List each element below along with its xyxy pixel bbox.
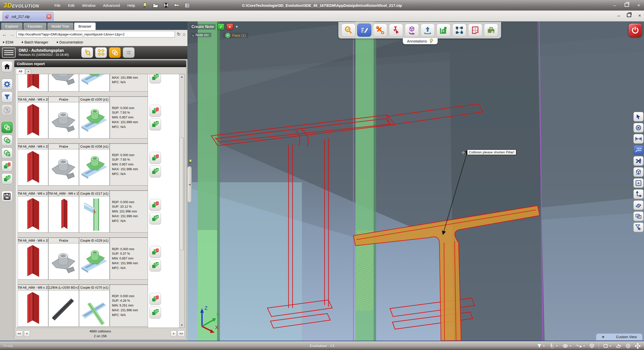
first-page-button[interactable]: << bbox=[16, 330, 23, 337]
collision-x-button[interactable] bbox=[2, 148, 13, 159]
collision-ok-button[interactable] bbox=[2, 173, 13, 184]
note-target-face[interactable]: ✓ Face (1) bbox=[223, 33, 248, 38]
green-pillar-center[interactable] bbox=[355, 21, 376, 341]
status-rotate-arrow-icon[interactable]: ▼ bbox=[576, 344, 585, 348]
collision-row[interactable]: MIN: 3.509 mmMAX: 151.996 mmMFC: N/A bbox=[18, 74, 179, 97]
upload-button[interactable] bbox=[421, 24, 435, 37]
collision-row[interactable]: ASTM A6_A6M - W6 x 15 ... ASTM A6_A6M - … bbox=[18, 191, 179, 238]
collision-check-button[interactable] bbox=[2, 135, 13, 146]
part-a-name[interactable]: ASTM A6_A6M - W6 x 15 ... bbox=[18, 144, 48, 149]
filter-off-button[interactable] bbox=[2, 104, 13, 115]
child-restore-button[interactable] bbox=[627, 13, 631, 18]
couple-id[interactable]: Couple ID #206 (x1) bbox=[79, 144, 110, 149]
collision-thumbnail[interactable] bbox=[79, 102, 110, 139]
tab-favorites[interactable]: Favorites bbox=[23, 23, 47, 30]
add-view-icon[interactable]: + bbox=[602, 334, 605, 340]
couple-id[interactable]: Couple ID #200 (x1) bbox=[79, 97, 110, 102]
last-page-button[interactable]: >> bbox=[178, 330, 185, 337]
select-cursor-button[interactable] bbox=[633, 112, 643, 121]
note-on-label[interactable]: ⌄ Note on: bbox=[191, 33, 211, 37]
box-rotate-button[interactable] bbox=[405, 24, 419, 37]
part-b-name[interactable]: 112904 (L=2030 BG=2) bbox=[48, 285, 79, 290]
next-page-button[interactable]: > bbox=[171, 330, 177, 337]
annotation-move-handle[interactable]: ✣ bbox=[462, 151, 465, 155]
couple-id[interactable]: Couple ID #270 (x1) bbox=[79, 285, 110, 290]
collision-row[interactable]: ASTM A6_A6M - W6 x 15 ... Pratze Couple … bbox=[18, 97, 179, 144]
part-b-thumbnail[interactable] bbox=[48, 149, 79, 186]
status-box-mode-icon[interactable]: ▼ bbox=[603, 343, 612, 348]
mark-collision-error-button[interactable] bbox=[149, 105, 161, 117]
text-leader-button[interactable]: TEXT bbox=[633, 145, 643, 155]
edit-annotation-button[interactable] bbox=[357, 24, 371, 37]
tools-button[interactable] bbox=[373, 24, 387, 37]
filter-selection-button[interactable] bbox=[633, 223, 643, 232]
part-b-name[interactable]: Pratze bbox=[48, 238, 79, 243]
part-a-thumbnail[interactable] bbox=[18, 196, 48, 233]
part-a-thumbnail[interactable] bbox=[18, 74, 48, 92]
menu-help[interactable]: Help bbox=[127, 3, 135, 8]
scroll-up-icon[interactable]: ▲ bbox=[181, 74, 183, 79]
collision-thumbnail[interactable] bbox=[79, 74, 110, 92]
toolbox-button[interactable] bbox=[484, 24, 498, 37]
pin-bulb-icon[interactable] bbox=[142, 2, 148, 8]
scroll-down-icon[interactable]: ▼ bbox=[181, 323, 183, 328]
tab-browser[interactable]: Browser bbox=[74, 23, 96, 30]
status-origin-target-icon[interactable] bbox=[626, 343, 631, 348]
collision-thumbnail[interactable] bbox=[79, 149, 110, 186]
part-b-name[interactable]: Pratze bbox=[48, 97, 79, 102]
filter-tab-all[interactable]: All bbox=[16, 68, 25, 74]
custom-view-tab[interactable]: + Custom View bbox=[596, 333, 642, 340]
hamburger-menu-icon[interactable] bbox=[2, 48, 16, 58]
status-filter-icon[interactable]: ▼ bbox=[537, 344, 545, 348]
part-a-thumbnail[interactable] bbox=[18, 290, 48, 327]
scrollbar-thumb[interactable] bbox=[180, 138, 184, 250]
validate-collision-button[interactable] bbox=[149, 212, 161, 225]
clamp-export-button[interactable] bbox=[389, 24, 403, 37]
save-report-button[interactable] bbox=[2, 191, 13, 202]
collision-thumbnail[interactable] bbox=[79, 196, 110, 233]
minimize-button[interactable]: – bbox=[612, 3, 617, 8]
document-tab[interactable]: col_217.ctp × bbox=[3, 12, 54, 21]
validate-collision-button[interactable] bbox=[149, 165, 161, 178]
status-render-cube-icon[interactable] bbox=[589, 343, 594, 348]
part-a-thumbnail[interactable] bbox=[18, 102, 48, 139]
couple-id[interactable]: Couple ID #229 (x1) bbox=[79, 238, 110, 243]
status-move-cross-icon[interactable] bbox=[635, 343, 640, 349]
part-a-name[interactable]: ASTM A6_A6M - W6 x 15 ... bbox=[18, 97, 48, 102]
status-section-plane-icon[interactable] bbox=[616, 344, 621, 348]
section-plane-button[interactable] bbox=[633, 200, 643, 210]
document-tab-close-button[interactable]: × bbox=[47, 14, 51, 19]
power-button[interactable] bbox=[628, 23, 642, 37]
overlap-compare-button[interactable] bbox=[109, 47, 121, 58]
measure-distance-button[interactable] bbox=[633, 134, 643, 144]
tab-model-tree[interactable]: Model Tree bbox=[47, 23, 73, 30]
validate-collision-button[interactable] bbox=[149, 307, 161, 319]
child-minimize-button[interactable]: – bbox=[617, 13, 620, 18]
options-button[interactable] bbox=[123, 47, 135, 58]
menu-edit[interactable]: Edit bbox=[68, 3, 74, 8]
child-close-button[interactable]: × bbox=[638, 13, 641, 18]
undo-icon[interactable] bbox=[173, 2, 180, 8]
collision-row[interactable]: ASTM A6_A6M - W6 x 15 ... 112904 (L=2030… bbox=[18, 285, 179, 328]
collision-thumbnail[interactable] bbox=[79, 243, 110, 280]
drawing-sheet-button[interactable] bbox=[468, 24, 482, 37]
collision-overlap-button[interactable] bbox=[2, 122, 13, 133]
save-icon[interactable] bbox=[163, 2, 169, 8]
note-options-icon[interactable]: ▼ bbox=[235, 25, 238, 29]
part-b-thumbnail[interactable] bbox=[48, 74, 79, 92]
menu-file[interactable]: File bbox=[54, 3, 60, 8]
collision-row[interactable]: ASTM A6_A6M - W6 x 15 ... Pratze Couple … bbox=[18, 238, 179, 285]
link-batch-manager[interactable]: Batch Manager bbox=[22, 40, 48, 44]
part-b-name[interactable]: ASTM A6_A6M - W6 x 15 ... bbox=[48, 191, 79, 196]
collision-row[interactable]: ASTM A6_A6M - W6 x 15 ... Pratze Couple … bbox=[18, 144, 179, 191]
forward-icon[interactable]: → bbox=[9, 32, 15, 37]
close-button[interactable]: × bbox=[636, 3, 641, 8]
coordinate-axes-button[interactable] bbox=[633, 189, 643, 199]
cancel-note-button[interactable]: × bbox=[226, 23, 233, 30]
collision-thumbnail[interactable] bbox=[79, 290, 110, 327]
four-diamonds-button[interactable] bbox=[95, 47, 107, 58]
prev-page-button[interactable]: < bbox=[24, 330, 30, 337]
home-button[interactable] bbox=[2, 61, 13, 72]
back-icon[interactable]: ← bbox=[2, 32, 7, 37]
bounding-box-button[interactable] bbox=[633, 167, 643, 177]
